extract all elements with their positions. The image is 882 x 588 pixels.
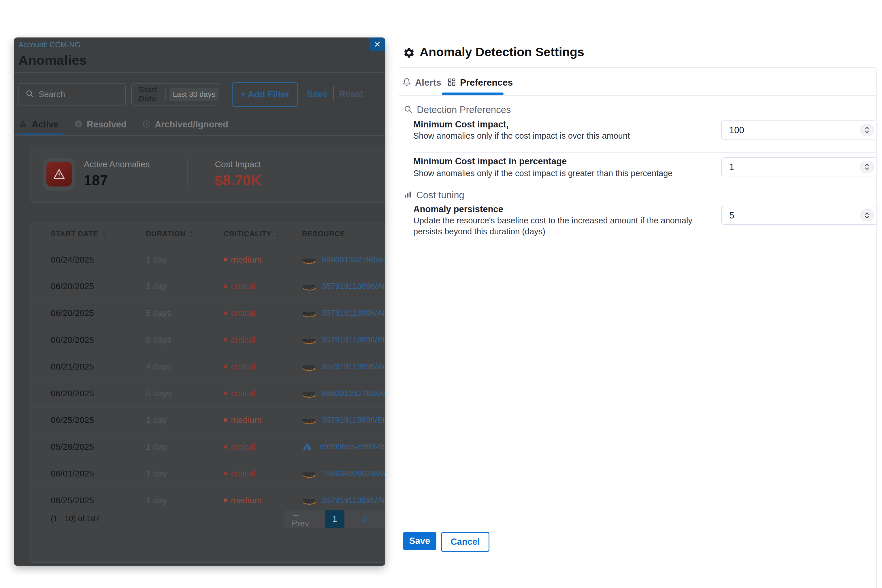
anomaly-persistence-input[interactable]: [729, 206, 839, 225]
cell-resource: aws357919113896/Amazon: [302, 281, 386, 291]
anomalies-drawer: Account: CCM-NG ✕ Anomalies Start Date L…: [14, 38, 386, 566]
resource-link[interactable]: 357919113896/Amazon: [322, 282, 386, 291]
criticality-label: critical: [231, 388, 255, 398]
pagination-page-1[interactable]: 1: [325, 510, 345, 528]
anomaly-icon-halo: [43, 158, 75, 190]
panel-header-divider: [399, 67, 876, 68]
cell-start-date: 06/01/2025: [51, 469, 94, 478]
table-row: 06/01/20251 daycriticalaws158934929029/A…: [29, 460, 386, 487]
resource-link[interactable]: 868001352780/Amazon: [322, 255, 386, 264]
filter-reset-button[interactable]: Reset: [339, 89, 363, 99]
tab-preferences[interactable]: Preferences: [447, 77, 513, 88]
number-stepper[interactable]: [860, 124, 874, 136]
cell-resource: aws357919113896/Amazon: [302, 495, 386, 505]
aws-icon: aws: [302, 469, 317, 478]
col-start-date-label: START DATE: [51, 230, 98, 238]
pagination-page-2[interactable]: 2: [361, 514, 369, 524]
settings-panel-title: Anomaly Detection Settings: [420, 45, 584, 59]
start-date-value[interactable]: Last 30 days: [170, 88, 219, 101]
filter-save-button[interactable]: Save: [307, 89, 327, 99]
anomaly-persistence-description: Update the resource's baseline cost to t…: [413, 215, 702, 237]
cost-impact-value: $8.70K: [215, 172, 261, 189]
cost-impact-stat: Cost Impact $8.70K: [215, 159, 261, 189]
pagination-prev-button[interactable]: ← Prev: [292, 509, 314, 528]
min-cost-impact-input-wrap: [721, 120, 878, 140]
cell-criticality: critical: [224, 335, 255, 345]
tab-alerts[interactable]: Alerts: [402, 77, 441, 88]
number-stepper[interactable]: [860, 209, 874, 221]
start-date-separator: [165, 88, 166, 100]
resource-link[interactable]: 357919113896/Elastic Lo: [322, 416, 386, 424]
table-row: 06/21/20254 dayscriticalaws357919113896/…: [29, 353, 386, 380]
min-cost-pct-label: Minimum Cost impact in percentage: [413, 156, 567, 166]
sort-icon[interactable]: [102, 231, 106, 237]
search-input[interactable]: [38, 89, 117, 99]
resource-link[interactable]: 357919113896/Amazon: [322, 308, 386, 318]
close-button[interactable]: ✕: [369, 38, 386, 51]
criticality-dot-icon: [224, 285, 227, 288]
col-duration[interactable]: DURATION: [146, 230, 194, 238]
resource-link[interactable]: 868001352780/Amazon: [322, 389, 386, 398]
settings-cancel-button[interactable]: Cancel: [441, 532, 489, 552]
account-breadcrumb[interactable]: Account: CCM-NG: [18, 40, 80, 49]
aws-icon: aws: [302, 495, 317, 505]
col-duration-label: DURATION: [146, 230, 186, 238]
search-box[interactable]: [18, 83, 126, 105]
dashboard-grid-icon: [447, 78, 456, 88]
col-start-date[interactable]: START DATE: [51, 230, 106, 238]
table-row: 06/20/20255 dayscriticalaws868001352780/…: [29, 380, 386, 407]
cost-tuning-title: Cost tuning: [416, 190, 464, 201]
col-resource-label: RESOURCE: [302, 230, 345, 238]
cell-duration: 1 day: [146, 442, 167, 452]
gear-icon: [403, 47, 415, 60]
resource-link[interactable]: 357919113896/Elastic Lo: [322, 335, 386, 345]
pagination: ← Prev 1 2 3: [284, 510, 386, 528]
table-row: 05/28/20251 daycriticala9999bcd-e999-999…: [29, 433, 386, 460]
detection-preferences-section: Detection Preferences: [404, 104, 511, 115]
sort-icon[interactable]: [189, 231, 194, 237]
header-divider: [14, 72, 386, 73]
aws-icon: aws: [302, 335, 317, 345]
cell-criticality: critical: [224, 388, 255, 398]
cell-resource: aws158934929029/AWS Co: [302, 469, 386, 478]
criticality-dot-icon: [224, 418, 227, 422]
bell-icon: [402, 78, 411, 88]
tab-resolved[interactable]: Resolved: [74, 119, 126, 130]
tab-alerts-label: Alerts: [415, 77, 441, 88]
active-anomalies-stat: Active Anomalies 187: [84, 159, 150, 189]
cell-start-date: 06/21/2025: [51, 362, 94, 372]
table-row: 06/24/20251 daymediumaws868001352780/Ama…: [29, 246, 386, 273]
col-criticality[interactable]: CRITICALITY: [224, 230, 280, 238]
resource-link[interactable]: 357919113896/Amazon: [322, 496, 386, 505]
add-filter-button[interactable]: + Add Filter: [232, 82, 298, 107]
number-stepper[interactable]: [860, 161, 874, 173]
resource-link[interactable]: 357919113896/Amazon: [322, 362, 386, 371]
close-icon: ✕: [374, 40, 381, 49]
scrollbar-track[interactable]: [876, 68, 877, 588]
cell-criticality: critical: [224, 442, 255, 452]
tab-archived[interactable]: Archived/Ignored: [142, 119, 228, 130]
aws-icon: aws: [302, 415, 317, 425]
resource-link[interactable]: 158934929029/AWS Co: [322, 469, 386, 478]
anomaly-persistence-label: Anomaly persistence: [413, 204, 503, 214]
tab-active[interactable]: Active: [18, 119, 58, 130]
history-clock-icon: [142, 120, 151, 129]
anomaly-warning-icon: [46, 162, 72, 186]
start-date-filter[interactable]: Start Date Last 30 days: [131, 83, 219, 105]
page-title: Anomalies: [18, 52, 87, 68]
detection-preferences-title: Detection Preferences: [417, 104, 511, 115]
warning-triangle-icon: [18, 120, 28, 129]
min-cost-impact-input[interactable]: [729, 121, 839, 140]
cell-duration: 4 days: [146, 362, 171, 372]
sort-icon[interactable]: [275, 231, 280, 237]
min-cost-pct-input[interactable]: [729, 158, 839, 176]
cell-criticality: medium: [224, 255, 262, 265]
cost-impact-label: Cost Impact: [215, 159, 261, 169]
aws-icon: aws: [302, 308, 317, 318]
col-resource[interactable]: RESOURCE: [302, 230, 345, 238]
magnifier-icon: [404, 105, 413, 115]
resource-link[interactable]: a9999bcd-e999-999f-g: [320, 442, 386, 452]
settings-save-button[interactable]: Save: [403, 532, 436, 550]
criticality-dot-icon: [224, 338, 227, 342]
filter-divider: [333, 86, 334, 101]
